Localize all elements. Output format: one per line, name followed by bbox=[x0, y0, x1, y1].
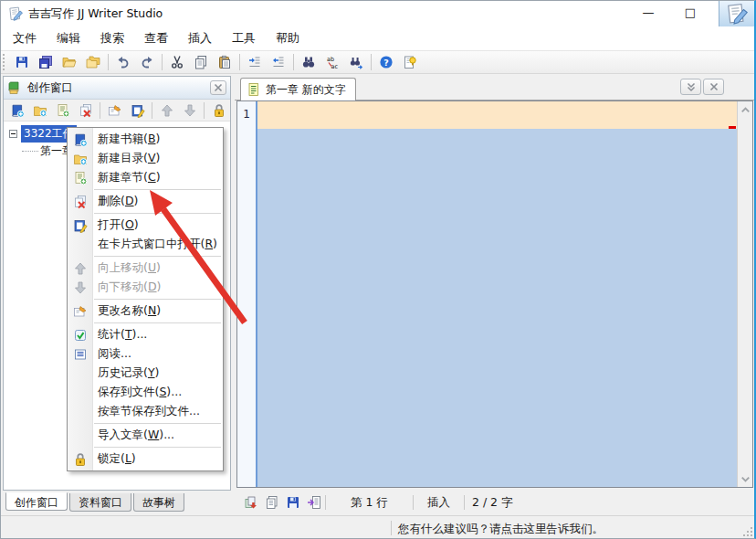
rename-button[interactable] bbox=[103, 100, 126, 120]
book-add-icon bbox=[73, 132, 88, 147]
move-down-icon bbox=[183, 103, 197, 118]
context-menu-item-12[interactable]: 更改名称(N) bbox=[68, 301, 223, 321]
redo-icon bbox=[140, 55, 154, 69]
find-icon bbox=[301, 55, 316, 69]
indent-button[interactable] bbox=[243, 52, 267, 72]
context-menu-label: 历史记录(Y) bbox=[92, 365, 159, 381]
editor-status-icons bbox=[235, 493, 325, 512]
context-menu-label: 新建目录(V) bbox=[92, 151, 160, 166]
copy-page-icon bbox=[265, 495, 279, 510]
notebook-edit-button[interactable] bbox=[126, 100, 149, 120]
svg-text:ac: ac bbox=[331, 63, 339, 70]
scroll-down-icon[interactable] bbox=[739, 471, 752, 485]
panel-tab-1[interactable]: 资料窗口 bbox=[69, 493, 131, 512]
menubar-item-4[interactable]: 插入 bbox=[178, 27, 222, 49]
editor-status-bar: 第 1 行 插入 2 / 2 字 bbox=[235, 491, 755, 514]
tree-collapse-icon[interactable] bbox=[9, 130, 17, 138]
replace-button[interactable]: abac bbox=[320, 52, 344, 72]
maximize-button[interactable]: □ bbox=[675, 3, 706, 23]
open-all-button[interactable] bbox=[81, 52, 105, 72]
move-up-button[interactable] bbox=[155, 100, 178, 120]
context-menu-item-16[interactable]: 历史记录(Y) bbox=[68, 364, 223, 383]
context-menu-item-6[interactable]: 打开(O) bbox=[68, 216, 223, 235]
lock-button[interactable] bbox=[207, 100, 230, 120]
book-add-icon bbox=[10, 103, 25, 118]
menubar-item-5[interactable]: 工具 bbox=[222, 27, 266, 49]
open-icon bbox=[62, 55, 77, 69]
app-logo-button[interactable] bbox=[719, 1, 755, 27]
backup-button[interactable] bbox=[240, 493, 261, 512]
context-menu-item-4[interactable]: 删除(D) bbox=[68, 192, 223, 211]
context-menu-label: 锁定(L) bbox=[92, 451, 136, 467]
undo-button[interactable] bbox=[111, 52, 135, 72]
insert-doc-button[interactable] bbox=[304, 493, 325, 512]
menubar-item-1[interactable]: 编辑 bbox=[47, 27, 90, 49]
panel-tab-2[interactable]: 故事树 bbox=[133, 493, 184, 512]
copy-button[interactable] bbox=[189, 52, 213, 72]
copy-page-button[interactable] bbox=[261, 493, 282, 512]
move-up-icon bbox=[160, 103, 174, 118]
minimize-button[interactable]: — bbox=[633, 3, 664, 23]
suggestion-link[interactable]: 您有什么建议吗？请点击这里告诉我们。 bbox=[398, 522, 604, 537]
save-button[interactable] bbox=[10, 52, 34, 72]
text-area[interactable] bbox=[257, 101, 737, 487]
creation-panel-title: 创作窗口 bbox=[27, 80, 210, 96]
outdent-button[interactable] bbox=[267, 52, 290, 72]
context-menu-label: 新建书籍(B) bbox=[92, 132, 160, 147]
panel-close-button[interactable] bbox=[210, 80, 226, 95]
lock-icon bbox=[73, 452, 88, 467]
tab-list-button[interactable] bbox=[680, 79, 701, 95]
help-icon: ? bbox=[379, 55, 394, 69]
redo-button[interactable] bbox=[135, 52, 159, 72]
book-add-button[interactable] bbox=[5, 100, 28, 120]
paste-button[interactable] bbox=[213, 52, 236, 72]
line-number-gutter: 1 bbox=[237, 101, 257, 487]
context-menu-item-18[interactable]: 按章节保存到文件... bbox=[68, 402, 223, 421]
indent-icon bbox=[247, 55, 262, 69]
word-count: 2 / 2 字 bbox=[465, 495, 547, 511]
editor-tab[interactable]: 第一章 新的文字 bbox=[240, 78, 356, 100]
find-next-button[interactable] bbox=[344, 52, 368, 72]
page-add-button[interactable] bbox=[51, 100, 74, 120]
context-menu-label: 打开(O) bbox=[92, 217, 139, 233]
panel-tab-strip: 创作窗口资料窗口故事树 bbox=[3, 493, 231, 514]
help-button[interactable]: ? bbox=[374, 52, 398, 72]
context-menu-item-2[interactable]: 新建章节(C) bbox=[68, 168, 223, 187]
context-menu-item-1[interactable]: 新建目录(V) bbox=[68, 149, 223, 168]
tab-close-button[interactable] bbox=[703, 79, 724, 95]
context-menu-item-22[interactable]: 锁定(L) bbox=[68, 449, 223, 469]
menubar-item-6[interactable]: 帮助 bbox=[266, 27, 310, 49]
menubar-item-2[interactable]: 搜索 bbox=[90, 27, 134, 49]
context-menu-label: 删除(D) bbox=[92, 194, 138, 209]
folder-add-button[interactable] bbox=[28, 100, 51, 120]
vertical-scrollbar[interactable] bbox=[737, 101, 752, 487]
editor-area[interactable]: 1 bbox=[236, 100, 753, 488]
save-all-button[interactable] bbox=[34, 52, 58, 72]
lock-icon bbox=[212, 103, 226, 118]
cut-button[interactable] bbox=[165, 52, 189, 72]
context-menu-item-14[interactable]: 统计(T)... bbox=[68, 325, 223, 344]
menubar-item-0[interactable]: 文件 bbox=[3, 27, 47, 49]
save-button[interactable] bbox=[283, 493, 304, 512]
context-menu-item-7[interactable]: 在卡片式窗口中打开(R) bbox=[68, 235, 223, 254]
save-icon bbox=[286, 495, 300, 510]
tips-button[interactable] bbox=[398, 52, 422, 72]
context-menu-item-20[interactable]: 导入文章(W)... bbox=[68, 426, 223, 445]
open-button[interactable] bbox=[58, 52, 81, 72]
cut-icon bbox=[170, 55, 184, 69]
document-icon bbox=[247, 82, 261, 97]
context-menu-item-15[interactable]: 阅读... bbox=[68, 344, 223, 364]
line-indicator: 第 1 行 bbox=[326, 495, 413, 511]
scroll-up-icon[interactable] bbox=[739, 103, 752, 117]
panel-tab-0[interactable]: 创作窗口 bbox=[5, 492, 68, 511]
menubar-item-3[interactable]: 查看 bbox=[134, 27, 178, 49]
delete-button[interactable] bbox=[74, 100, 97, 120]
resize-grip[interactable] bbox=[740, 524, 752, 536]
toolbar-drag-handle[interactable] bbox=[3, 54, 7, 70]
context-menu-item-17[interactable]: 保存到文件(S)... bbox=[68, 383, 223, 402]
context-menu-item-0[interactable]: 新建书籍(B) bbox=[68, 130, 223, 149]
move-down-icon bbox=[73, 280, 88, 295]
move-down-button[interactable] bbox=[178, 100, 201, 120]
find-button[interactable] bbox=[297, 52, 320, 72]
read-icon bbox=[73, 347, 88, 362]
